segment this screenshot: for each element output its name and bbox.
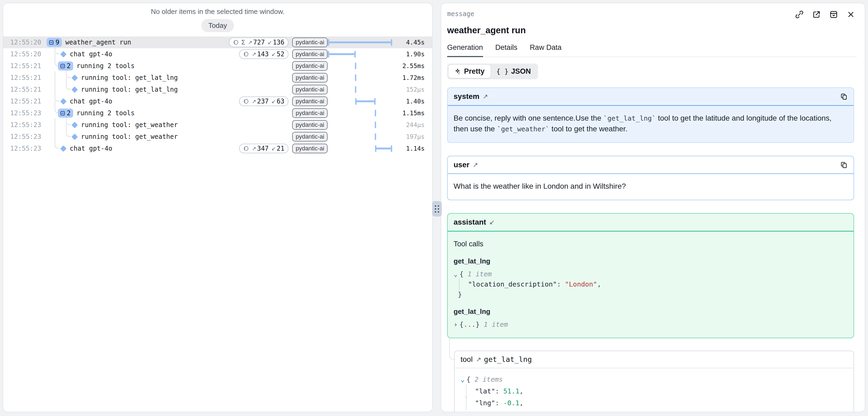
row-timestamp: 12:55:20 (3, 39, 46, 46)
detail-panel: message weather_agent run Generation Det… (441, 3, 865, 412)
span-diamond-icon (71, 122, 78, 128)
input-tokens: ↗347 (252, 145, 269, 152)
trace-row[interactable]: 12:55:212running 2 toolspydantic-ai2.55m… (3, 60, 432, 72)
timeline-cell (328, 60, 392, 72)
trace-row[interactable]: 12:55:21running tool: get_lat_lngpydanti… (3, 72, 432, 84)
json-view-button[interactable]: { } JSON (491, 65, 537, 78)
row-main: chat gpt-4o↗237↙63 (46, 95, 292, 107)
timeline-cell (328, 72, 392, 84)
message-text: What is the weather like in London and i… (454, 181, 848, 192)
dock-panel-icon[interactable] (829, 10, 838, 19)
scope-badge: pydantic-ai (292, 61, 328, 71)
span-name: running tool: get_lat_lng (81, 74, 178, 82)
row-timestamp: 12:55:20 (3, 51, 46, 58)
row-main: chat gpt-4o↗143↙52 (46, 48, 292, 60)
json-meta: 1 item (464, 270, 492, 278)
grip-dot (435, 208, 436, 210)
message-cards: system↗Be concise, reply with one senten… (447, 87, 854, 412)
json-meta: 1 item (479, 321, 508, 328)
copy-button[interactable] (840, 161, 848, 169)
collapse-toggle[interactable]: 9 (46, 38, 62, 47)
panel-title: weather_agent run (447, 25, 857, 35)
timeline-cell (328, 142, 392, 154)
scope-badge: pydantic-ai (292, 96, 328, 106)
output-tokens: ↙63 (271, 98, 284, 105)
output-tokens-arrow-icon: ↙ (271, 145, 276, 152)
scope-cell: pydantic-ai (292, 73, 328, 83)
card-header: assistant↙ (448, 214, 854, 231)
card-body: What is the weather like in London and i… (448, 174, 854, 200)
span-diamond-icon (60, 51, 66, 57)
trace-row[interactable]: 12:55:23chat gpt-4o↗347↙21pydantic-ai1.1… (3, 142, 432, 154)
chevron-down-icon[interactable]: ⌄ (461, 376, 465, 383)
tool-call-title: get_lat_lng (454, 256, 848, 266)
scope-cell: pydantic-ai (292, 144, 328, 153)
json-num: 51.1 (503, 387, 519, 395)
tab-details[interactable]: Details (495, 43, 518, 57)
text-run: tool to get the weather. (550, 125, 627, 133)
trace-row[interactable]: 12:55:23running tool: get_weatherpydanti… (3, 119, 432, 131)
chevron-down-icon[interactable]: ⌄ (454, 270, 458, 278)
close-icon[interactable] (846, 10, 855, 19)
role-label: assistant (454, 218, 486, 226)
trace-row[interactable]: 12:55:209weather_agent runΣ↗727↙136pydan… (3, 36, 432, 48)
row-main: chat gpt-4o↗347↙21 (46, 142, 292, 154)
scope-cell: pydantic-ai (292, 132, 328, 141)
span-name: weather_agent run (65, 39, 131, 46)
trace-row[interactable]: 12:55:21chat gpt-4o↗237↙63pydantic-ai1.4… (3, 95, 432, 107)
json-punc: , (597, 280, 601, 288)
trace-row[interactable]: 12:55:20chat gpt-4o↗143↙52pydantic-ai1.9… (3, 48, 432, 60)
pretty-view-button[interactable]: Pretty (448, 65, 491, 78)
span-name: running tool: get_weather (81, 121, 178, 129)
span-diamond-icon (60, 145, 66, 152)
row-duration: 244µs (392, 121, 432, 128)
scope-badge: pydantic-ai (292, 85, 328, 94)
row-timestamp: 12:55:21 (3, 86, 46, 93)
tool-return-wrapper: tool↗get_lat_lng⌄{ 2 items"lat": 51.1,"l… (454, 351, 854, 413)
row-duration: 1.14s (392, 145, 432, 152)
row-main: 2running 2 tools (46, 60, 292, 72)
output-tokens: ↙136 (268, 39, 284, 46)
output-tokens-count: 52 (277, 51, 284, 58)
card-header: user↗ (448, 156, 854, 173)
link-icon[interactable] (795, 10, 804, 19)
span-name: running tool: get_weather (81, 133, 178, 140)
empty-notice: No older items in the selected time wind… (3, 7, 432, 16)
duration-bar (355, 100, 375, 102)
output-tokens-arrow-icon: ↙ (271, 51, 276, 57)
text-run: Be concise, reply with one sentence.Use … (454, 114, 603, 122)
collapse-toggle[interactable]: 2 (58, 108, 73, 118)
trace-row[interactable]: 12:55:23running tool: get_weatherpydanti… (3, 131, 432, 142)
trace-row-list: 12:55:209weather_agent runΣ↗727↙136pydan… (3, 36, 432, 154)
grip-dot (438, 211, 439, 213)
tab-generation[interactable]: Generation (447, 43, 483, 57)
json-line: "lng": -0.1, (461, 397, 848, 409)
tool-return-card: tool↗get_lat_lng⌄{ 2 items"lat": 51.1,"l… (454, 351, 854, 413)
row-duration: 197µs (392, 133, 432, 140)
trace-row[interactable]: 12:55:21running tool: get_lat_lngpydanti… (3, 84, 432, 95)
copy-button[interactable] (840, 93, 848, 100)
timeline-cell (328, 84, 392, 95)
tab-raw-data[interactable]: Raw Data (530, 43, 562, 57)
today-button[interactable]: Today (201, 19, 234, 32)
timeline-cell (328, 36, 392, 48)
json-line: ⌄{ 2 items (461, 374, 848, 385)
open-in-new-icon[interactable] (812, 10, 821, 19)
input-tokens: ↗727 (248, 39, 265, 46)
arrow-sent-icon: ↗ (476, 356, 481, 363)
json-brace: { (460, 270, 464, 278)
trace-row[interactable]: 12:55:232running 2 toolspydantic-ai1.15m… (3, 107, 432, 119)
duration-bar (328, 53, 355, 55)
square-minus-icon (60, 110, 65, 116)
panel-resize-handle[interactable] (432, 201, 442, 217)
chevron-right-icon[interactable]: › (454, 321, 458, 328)
role-label: tool (461, 355, 473, 364)
collapse-toggle[interactable]: 2 (58, 61, 73, 70)
token-usage-pill: ↗143↙52 (239, 49, 288, 59)
card-body: ⌄{ 2 items"lat": 51.1,"lng": -0.1,} (455, 368, 854, 413)
json-punc: : (495, 387, 503, 395)
json-viewer: ⌄{ 2 items"lat": 51.1,"lng": -0.1,} (461, 374, 848, 413)
token-usage-pill: ↗237↙63 (239, 96, 288, 106)
scope-cell: pydantic-ai (292, 37, 328, 47)
span-name: running 2 tools (76, 109, 134, 117)
